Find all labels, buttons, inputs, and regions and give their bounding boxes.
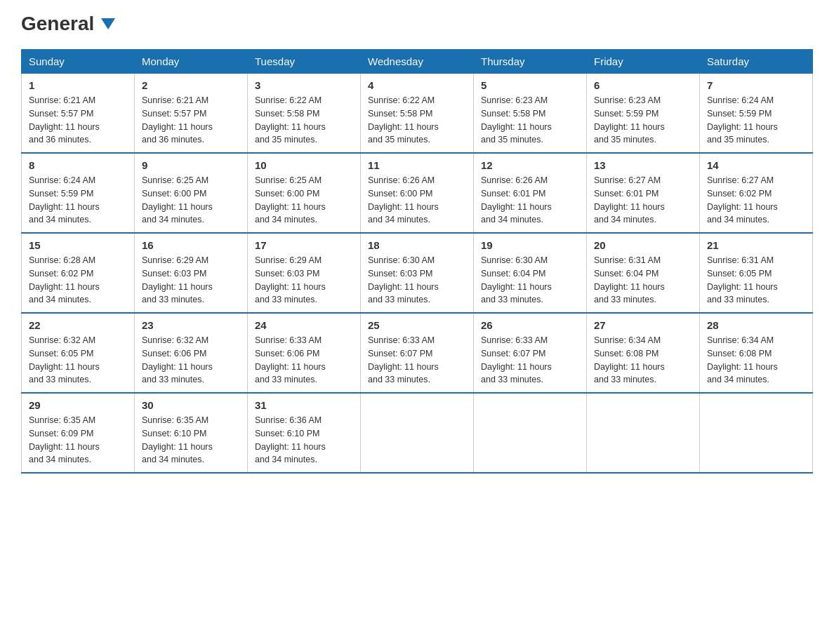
day-number: 26 — [481, 319, 579, 331]
header-day-friday: Friday — [587, 50, 700, 74]
calendar-cell: 4Sunrise: 6:22 AMSunset: 5:58 PMDaylight… — [361, 74, 474, 154]
calendar-cell: 7Sunrise: 6:24 AMSunset: 5:59 PMDaylight… — [700, 74, 813, 154]
day-info: Sunrise: 6:29 AMSunset: 6:03 PMDaylight:… — [142, 254, 240, 307]
header-day-sunday: Sunday — [22, 50, 135, 74]
calendar-cell: 27Sunrise: 6:34 AMSunset: 6:08 PMDayligh… — [587, 313, 700, 393]
calendar-cell: 6Sunrise: 6:23 AMSunset: 5:59 PMDaylight… — [587, 74, 700, 154]
day-info: Sunrise: 6:25 AMSunset: 6:00 PMDaylight:… — [255, 174, 353, 227]
day-info: Sunrise: 6:33 AMSunset: 6:07 PMDaylight:… — [368, 334, 466, 387]
calendar-cell: 31Sunrise: 6:36 AMSunset: 6:10 PMDayligh… — [248, 393, 361, 473]
day-number: 5 — [481, 79, 579, 91]
day-info: Sunrise: 6:35 AMSunset: 6:10 PMDaylight:… — [142, 414, 240, 467]
calendar-cell: 10Sunrise: 6:25 AMSunset: 6:00 PMDayligh… — [248, 153, 361, 233]
day-number: 18 — [368, 239, 466, 251]
page-header: General — [21, 14, 813, 35]
week-row-4: 22Sunrise: 6:32 AMSunset: 6:05 PMDayligh… — [22, 313, 813, 393]
logo-text: General — [21, 14, 115, 34]
day-info: Sunrise: 6:35 AMSunset: 6:09 PMDaylight:… — [29, 414, 127, 467]
day-info: Sunrise: 6:32 AMSunset: 6:06 PMDaylight:… — [142, 334, 240, 387]
calendar-cell: 22Sunrise: 6:32 AMSunset: 6:05 PMDayligh… — [22, 313, 135, 393]
week-row-3: 15Sunrise: 6:28 AMSunset: 6:02 PMDayligh… — [22, 233, 813, 313]
calendar-cell: 2Sunrise: 6:21 AMSunset: 5:57 PMDaylight… — [135, 74, 248, 154]
day-info: Sunrise: 6:26 AMSunset: 6:00 PMDaylight:… — [368, 174, 466, 227]
calendar-cell: 8Sunrise: 6:24 AMSunset: 5:59 PMDaylight… — [22, 153, 135, 233]
calendar-cell: 17Sunrise: 6:29 AMSunset: 6:03 PMDayligh… — [248, 233, 361, 313]
day-number: 30 — [142, 399, 240, 411]
day-number: 6 — [594, 79, 692, 91]
day-number: 12 — [481, 159, 579, 171]
calendar-cell: 23Sunrise: 6:32 AMSunset: 6:06 PMDayligh… — [135, 313, 248, 393]
day-info: Sunrise: 6:27 AMSunset: 6:02 PMDaylight:… — [707, 174, 805, 227]
week-row-2: 8Sunrise: 6:24 AMSunset: 5:59 PMDaylight… — [22, 153, 813, 233]
day-info: Sunrise: 6:30 AMSunset: 6:04 PMDaylight:… — [481, 254, 579, 307]
day-info: Sunrise: 6:32 AMSunset: 6:05 PMDaylight:… — [29, 334, 127, 387]
calendar-cell: 11Sunrise: 6:26 AMSunset: 6:00 PMDayligh… — [361, 153, 474, 233]
day-info: Sunrise: 6:24 AMSunset: 5:59 PMDaylight:… — [707, 94, 805, 147]
calendar-body: 1Sunrise: 6:21 AMSunset: 5:57 PMDaylight… — [22, 74, 813, 474]
day-info: Sunrise: 6:30 AMSunset: 6:03 PMDaylight:… — [368, 254, 466, 307]
calendar-cell: 24Sunrise: 6:33 AMSunset: 6:06 PMDayligh… — [248, 313, 361, 393]
day-number: 28 — [707, 319, 805, 331]
header-day-wednesday: Wednesday — [361, 50, 474, 74]
calendar-cell: 12Sunrise: 6:26 AMSunset: 6:01 PMDayligh… — [474, 153, 587, 233]
day-info: Sunrise: 6:27 AMSunset: 6:01 PMDaylight:… — [594, 174, 692, 227]
calendar-cell: 9Sunrise: 6:25 AMSunset: 6:00 PMDaylight… — [135, 153, 248, 233]
calendar-cell: 16Sunrise: 6:29 AMSunset: 6:03 PMDayligh… — [135, 233, 248, 313]
calendar-header: SundayMondayTuesdayWednesdayThursdayFrid… — [22, 50, 813, 74]
day-number: 20 — [594, 239, 692, 251]
day-number: 16 — [142, 239, 240, 251]
calendar-cell — [474, 393, 587, 473]
logo: General — [21, 14, 115, 35]
week-row-1: 1Sunrise: 6:21 AMSunset: 5:57 PMDaylight… — [22, 74, 813, 154]
day-info: Sunrise: 6:34 AMSunset: 6:08 PMDaylight:… — [707, 334, 805, 387]
day-info: Sunrise: 6:31 AMSunset: 6:05 PMDaylight:… — [707, 254, 805, 307]
header-day-saturday: Saturday — [700, 50, 813, 74]
day-info: Sunrise: 6:34 AMSunset: 6:08 PMDaylight:… — [594, 334, 692, 387]
day-number: 1 — [29, 79, 127, 91]
calendar-cell: 29Sunrise: 6:35 AMSunset: 6:09 PMDayligh… — [22, 393, 135, 473]
day-info: Sunrise: 6:21 AMSunset: 5:57 PMDaylight:… — [29, 94, 127, 147]
day-number: 2 — [142, 79, 240, 91]
calendar-cell — [361, 393, 474, 473]
calendar-cell: 1Sunrise: 6:21 AMSunset: 5:57 PMDaylight… — [22, 74, 135, 154]
day-number: 9 — [142, 159, 240, 171]
day-number: 21 — [707, 239, 805, 251]
day-info: Sunrise: 6:33 AMSunset: 6:07 PMDaylight:… — [481, 334, 579, 387]
day-info: Sunrise: 6:28 AMSunset: 6:02 PMDaylight:… — [29, 254, 127, 307]
day-number: 19 — [481, 239, 579, 251]
day-info: Sunrise: 6:22 AMSunset: 5:58 PMDaylight:… — [368, 94, 466, 147]
day-number: 8 — [29, 159, 127, 171]
calendar-cell: 18Sunrise: 6:30 AMSunset: 6:03 PMDayligh… — [361, 233, 474, 313]
calendar-cell: 15Sunrise: 6:28 AMSunset: 6:02 PMDayligh… — [22, 233, 135, 313]
calendar-cell: 14Sunrise: 6:27 AMSunset: 6:02 PMDayligh… — [700, 153, 813, 233]
calendar-cell: 25Sunrise: 6:33 AMSunset: 6:07 PMDayligh… — [361, 313, 474, 393]
svg-marker-0 — [101, 18, 115, 29]
day-info: Sunrise: 6:26 AMSunset: 6:01 PMDaylight:… — [481, 174, 579, 227]
calendar-cell: 20Sunrise: 6:31 AMSunset: 6:04 PMDayligh… — [587, 233, 700, 313]
day-number: 29 — [29, 399, 127, 411]
calendar-cell: 21Sunrise: 6:31 AMSunset: 6:05 PMDayligh… — [700, 233, 813, 313]
day-number: 10 — [255, 159, 353, 171]
day-number: 14 — [707, 159, 805, 171]
day-info: Sunrise: 6:21 AMSunset: 5:57 PMDaylight:… — [142, 94, 240, 147]
header-row: SundayMondayTuesdayWednesdayThursdayFrid… — [22, 50, 813, 74]
header-day-thursday: Thursday — [474, 50, 587, 74]
day-number: 11 — [368, 159, 466, 171]
day-number: 17 — [255, 239, 353, 251]
day-info: Sunrise: 6:33 AMSunset: 6:06 PMDaylight:… — [255, 334, 353, 387]
calendar-cell: 3Sunrise: 6:22 AMSunset: 5:58 PMDaylight… — [248, 74, 361, 154]
calendar-cell: 19Sunrise: 6:30 AMSunset: 6:04 PMDayligh… — [474, 233, 587, 313]
day-number: 7 — [707, 79, 805, 91]
calendar-cell: 13Sunrise: 6:27 AMSunset: 6:01 PMDayligh… — [587, 153, 700, 233]
day-info: Sunrise: 6:36 AMSunset: 6:10 PMDaylight:… — [255, 414, 353, 467]
week-row-5: 29Sunrise: 6:35 AMSunset: 6:09 PMDayligh… — [22, 393, 813, 473]
day-number: 22 — [29, 319, 127, 331]
header-day-monday: Monday — [135, 50, 248, 74]
calendar-cell: 28Sunrise: 6:34 AMSunset: 6:08 PMDayligh… — [700, 313, 813, 393]
calendar-cell: 26Sunrise: 6:33 AMSunset: 6:07 PMDayligh… — [474, 313, 587, 393]
header-day-tuesday: Tuesday — [248, 50, 361, 74]
day-number: 13 — [594, 159, 692, 171]
day-number: 31 — [255, 399, 353, 411]
day-info: Sunrise: 6:24 AMSunset: 5:59 PMDaylight:… — [29, 174, 127, 227]
calendar-table: SundayMondayTuesdayWednesdayThursdayFrid… — [21, 49, 813, 474]
